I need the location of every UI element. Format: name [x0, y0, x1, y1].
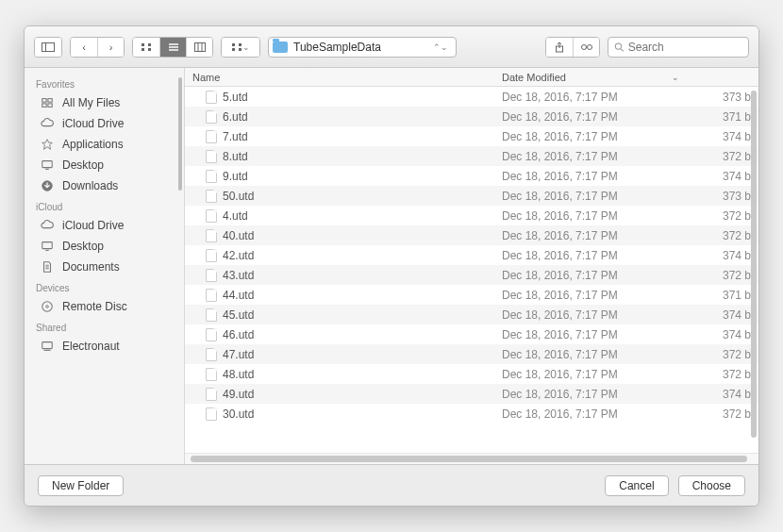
- file-icon: [206, 110, 217, 124]
- group-by-button[interactable]: ⌄: [222, 38, 259, 57]
- downloads-icon: [40, 178, 55, 193]
- table-row[interactable]: 43.utdDec 18, 2016, 7:17 PM372 b: [185, 265, 758, 285]
- svg-rect-27: [42, 242, 53, 249]
- file-icon: [206, 91, 217, 104]
- table-row[interactable]: 4.utdDec 18, 2016, 7:17 PM372 b: [185, 206, 758, 225]
- icon-view-button[interactable]: [133, 38, 159, 57]
- sidebar-toggle-button[interactable]: [35, 38, 61, 57]
- table-row[interactable]: 50.utdDec 18, 2016, 7:17 PM373 b: [185, 186, 758, 206]
- disc-icon: [40, 299, 55, 314]
- svg-rect-0: [42, 42, 55, 51]
- sidebar-item-icloud-drive[interactable]: iCloud Drive: [25, 113, 184, 134]
- back-button[interactable]: ‹: [71, 38, 97, 57]
- sidebar-section-header: Favorites: [25, 74, 184, 92]
- sidebar-item-documents[interactable]: Documents: [25, 257, 184, 277]
- file-name: 45.utd: [223, 308, 254, 322]
- search-box[interactable]: [608, 37, 749, 58]
- cancel-button[interactable]: Cancel: [605, 475, 668, 496]
- sidebar[interactable]: FavoritesAll My FilesiCloud DriveApplica…: [25, 68, 185, 464]
- table-row[interactable]: 30.utdDec 18, 2016, 7:17 PM372 b: [185, 404, 758, 424]
- table-row[interactable]: 48.utdDec 18, 2016, 7:17 PM372 b: [185, 364, 758, 384]
- file-icon: [206, 150, 217, 163]
- file-name: 44.utd: [223, 289, 254, 302]
- sidebar-item-label: Applications: [62, 138, 124, 151]
- table-row[interactable]: 8.utdDec 18, 2016, 7:17 PM372 b: [185, 146, 758, 166]
- table-row[interactable]: 7.utdDec 18, 2016, 7:17 PM374 b: [185, 126, 758, 146]
- forward-button[interactable]: ›: [97, 38, 124, 57]
- list-view-button[interactable]: [159, 38, 186, 57]
- table-row[interactable]: 44.utdDec 18, 2016, 7:17 PM371 b: [185, 285, 758, 305]
- horizontal-scrollbar[interactable]: [185, 453, 758, 464]
- table-row[interactable]: 5.utdDec 18, 2016, 7:17 PM373 b: [185, 87, 758, 107]
- file-name: 47.utd: [223, 348, 254, 361]
- cell-name: 44.utd: [185, 289, 494, 302]
- file-name: 4.utd: [223, 209, 248, 223]
- folder-icon: [273, 42, 288, 53]
- cell-size: 371 b: [692, 289, 758, 302]
- choose-button[interactable]: Choose: [678, 475, 745, 496]
- cell-name: 46.utd: [185, 328, 494, 341]
- svg-rect-24: [48, 104, 52, 108]
- table-row[interactable]: 49.utdDec 18, 2016, 7:17 PM374 b: [185, 384, 758, 404]
- file-icon: [206, 229, 217, 242]
- cell-name: 40.utd: [185, 229, 494, 242]
- search-input[interactable]: [628, 41, 742, 54]
- column-header-name[interactable]: Name: [185, 72, 494, 83]
- sidebar-item-label: Electronaut: [62, 340, 120, 353]
- sidebar-item-all-my-files[interactable]: All My Files: [25, 92, 184, 113]
- table-row[interactable]: 40.utdDec 18, 2016, 7:17 PM372 b: [185, 225, 758, 245]
- table-row[interactable]: 45.utdDec 18, 2016, 7:17 PM374 b: [185, 305, 758, 324]
- column-view-button[interactable]: [186, 38, 212, 57]
- table-row[interactable]: 46.utdDec 18, 2016, 7:17 PM374 b: [185, 324, 758, 344]
- file-rows[interactable]: 5.utdDec 18, 2016, 7:17 PM373 b6.utdDec …: [185, 87, 758, 453]
- sidebar-item-desktop[interactable]: Desktop: [25, 236, 184, 257]
- view-mode-group: [132, 37, 213, 58]
- table-row[interactable]: 6.utdDec 18, 2016, 7:17 PM371 b: [185, 107, 758, 126]
- sidebar-item-applications[interactable]: Applications: [25, 134, 184, 155]
- svg-rect-23: [42, 104, 46, 108]
- file-icon: [206, 249, 217, 262]
- cloud-icon: [40, 116, 55, 131]
- share-button[interactable]: [546, 38, 573, 57]
- new-folder-button[interactable]: New Folder: [38, 475, 124, 496]
- cell-name: 42.utd: [185, 249, 494, 262]
- path-dropdown[interactable]: TubeSampleData ⌃⌄: [268, 37, 457, 58]
- cell-size: 374 b: [692, 388, 758, 401]
- scrollbar-thumb[interactable]: [191, 456, 747, 462]
- file-chooser-dialog: ‹ › ⌄ TubeSampleData ⌃⌄ Favori: [24, 25, 759, 507]
- cell-date: Dec 18, 2016, 7:17 PM: [494, 150, 692, 163]
- sidebar-item-remote-disc[interactable]: Remote Disc: [25, 296, 184, 317]
- svg-rect-9: [194, 42, 205, 51]
- file-name: 43.utd: [223, 269, 254, 282]
- table-row[interactable]: 47.utdDec 18, 2016, 7:17 PM372 b: [185, 344, 758, 364]
- cell-name: 45.utd: [185, 308, 494, 322]
- cell-name: 7.utd: [185, 130, 494, 143]
- footer: New Folder Cancel Choose: [25, 464, 758, 506]
- file-name: 48.utd: [223, 368, 254, 381]
- file-icon: [206, 348, 217, 361]
- table-row[interactable]: 9.utdDec 18, 2016, 7:17 PM374 b: [185, 166, 758, 186]
- sidebar-item-label: Downloads: [62, 179, 118, 192]
- svg-rect-15: [239, 48, 242, 51]
- sidebar-item-desktop[interactable]: Desktop: [25, 155, 184, 175]
- cell-size: 372 b: [692, 209, 758, 223]
- table-row[interactable]: 42.utdDec 18, 2016, 7:17 PM374 b: [185, 245, 758, 265]
- tags-button[interactable]: [573, 38, 599, 57]
- svg-point-18: [587, 44, 591, 49]
- svg-rect-13: [239, 43, 242, 46]
- column-header-date[interactable]: Date Modified ⌄: [494, 72, 692, 83]
- cell-name: 5.utd: [185, 91, 494, 104]
- cell-size: 372 b: [692, 150, 758, 163]
- sidebar-item-electronaut[interactable]: Electronaut: [25, 336, 184, 357]
- sidebar-item-downloads[interactable]: Downloads: [25, 175, 184, 196]
- cell-date: Dec 18, 2016, 7:17 PM: [494, 328, 692, 341]
- cell-date: Dec 18, 2016, 7:17 PM: [494, 368, 692, 381]
- sidebar-item-label: Desktop: [62, 158, 104, 172]
- svg-point-28: [42, 302, 53, 312]
- sidebar-item-icloud-drive[interactable]: iCloud Drive: [25, 215, 184, 236]
- sidebar-section-header: Devices: [25, 277, 184, 296]
- apps-icon: [40, 137, 55, 152]
- sidebar-section-header: iCloud: [25, 196, 184, 215]
- computer-icon: [40, 339, 55, 354]
- search-icon: [614, 42, 625, 53]
